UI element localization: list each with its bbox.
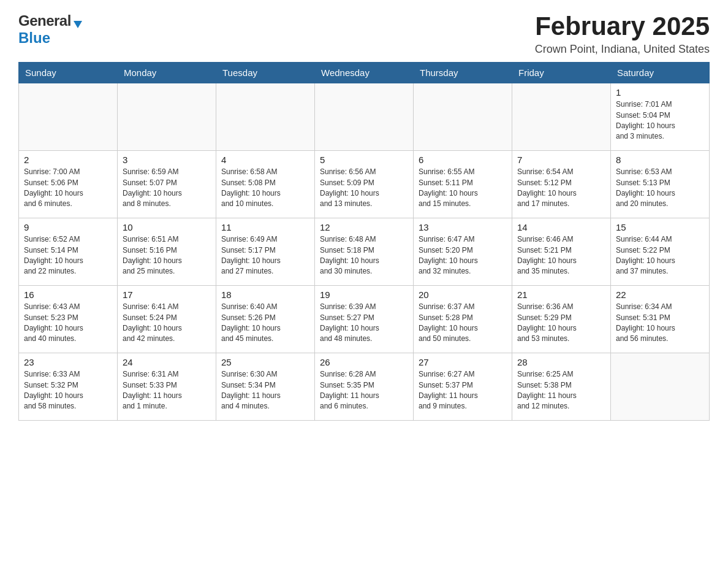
calendar-cell: 17Sunrise: 6:41 AM Sunset: 5:24 PM Dayli… [118, 286, 216, 353]
day-number: 13 [419, 222, 507, 232]
day-number: 16 [24, 289, 112, 300]
day-number: 3 [123, 155, 211, 165]
calendar-cell: 21Sunrise: 6:36 AM Sunset: 5:29 PM Dayli… [512, 286, 611, 353]
calendar-week-2: 2Sunrise: 7:00 AM Sunset: 5:06 PM Daylig… [19, 151, 710, 218]
day-number: 6 [419, 155, 507, 165]
calendar-cell: 4Sunrise: 6:58 AM Sunset: 5:08 PM Daylig… [216, 151, 315, 218]
calendar-cell [611, 353, 710, 421]
day-info: Sunrise: 6:56 AM Sunset: 5:09 PM Dayligh… [320, 167, 379, 208]
calendar-cell: 11Sunrise: 6:49 AM Sunset: 5:17 PM Dayli… [216, 218, 315, 286]
calendar-cell: 1Sunrise: 7:01 AM Sunset: 5:04 PM Daylig… [611, 83, 710, 151]
calendar-cell: 5Sunrise: 6:56 AM Sunset: 5:09 PM Daylig… [315, 151, 414, 218]
title-block: February 2025 Crown Point, Indiana, Unit… [535, 12, 710, 56]
calendar-cell [414, 83, 512, 151]
day-info: Sunrise: 6:41 AM Sunset: 5:24 PM Dayligh… [123, 302, 182, 343]
calendar-cell: 6Sunrise: 6:55 AM Sunset: 5:11 PM Daylig… [414, 151, 512, 218]
calendar-cell: 27Sunrise: 6:27 AM Sunset: 5:37 PM Dayli… [414, 353, 512, 421]
day-info: Sunrise: 7:00 AM Sunset: 5:06 PM Dayligh… [24, 167, 83, 208]
day-info: Sunrise: 6:37 AM Sunset: 5:28 PM Dayligh… [419, 302, 478, 343]
day-number: 4 [221, 155, 309, 165]
day-info: Sunrise: 6:34 AM Sunset: 5:31 PM Dayligh… [616, 302, 675, 343]
calendar-cell: 15Sunrise: 6:44 AM Sunset: 5:22 PM Dayli… [611, 218, 710, 286]
day-number: 2 [24, 155, 112, 165]
calendar-cell [19, 83, 118, 151]
logo-general-text: General [18, 12, 71, 29]
day-of-week-thursday: Thursday [414, 63, 512, 83]
day-number: 12 [320, 222, 408, 232]
calendar-cell: 13Sunrise: 6:47 AM Sunset: 5:20 PM Dayli… [414, 218, 512, 286]
location-title: Crown Point, Indiana, United States [535, 43, 710, 56]
day-info: Sunrise: 6:39 AM Sunset: 5:27 PM Dayligh… [320, 302, 379, 343]
calendar-cell: 8Sunrise: 6:53 AM Sunset: 5:13 PM Daylig… [611, 151, 710, 218]
day-info: Sunrise: 6:53 AM Sunset: 5:13 PM Dayligh… [616, 167, 675, 208]
calendar-cell: 3Sunrise: 6:59 AM Sunset: 5:07 PM Daylig… [118, 151, 216, 218]
day-info: Sunrise: 6:44 AM Sunset: 5:22 PM Dayligh… [616, 235, 675, 275]
day-number: 24 [123, 357, 211, 367]
day-number: 25 [221, 357, 309, 367]
day-of-week-friday: Friday [512, 63, 611, 83]
svg-marker-0 [74, 21, 82, 28]
day-info: Sunrise: 6:36 AM Sunset: 5:29 PM Dayligh… [517, 302, 577, 343]
calendar-cell: 12Sunrise: 6:48 AM Sunset: 5:18 PM Dayli… [315, 218, 414, 286]
day-number: 14 [517, 222, 605, 232]
day-number: 11 [221, 222, 309, 232]
calendar-cell: 16Sunrise: 6:43 AM Sunset: 5:23 PM Dayli… [19, 286, 118, 353]
logo-blue-text: Blue [18, 29, 50, 47]
logo: General Blue [18, 12, 83, 47]
day-info: Sunrise: 6:59 AM Sunset: 5:07 PM Dayligh… [123, 167, 182, 208]
day-info: Sunrise: 6:43 AM Sunset: 5:23 PM Dayligh… [24, 302, 83, 343]
day-number: 9 [24, 222, 112, 232]
logo-triangle-icon [72, 18, 83, 29]
calendar-cell: 18Sunrise: 6:40 AM Sunset: 5:26 PM Dayli… [216, 286, 315, 353]
day-number: 26 [320, 357, 408, 367]
day-number: 21 [517, 289, 605, 300]
calendar-cell [512, 83, 611, 151]
calendar-cell: 7Sunrise: 6:54 AM Sunset: 5:12 PM Daylig… [512, 151, 611, 218]
day-of-week-sunday: Sunday [19, 63, 118, 83]
calendar-cell: 28Sunrise: 6:25 AM Sunset: 5:38 PM Dayli… [512, 353, 611, 421]
calendar-cell [216, 83, 315, 151]
day-number: 10 [123, 222, 211, 232]
day-number: 5 [320, 155, 408, 165]
calendar-cell: 23Sunrise: 6:33 AM Sunset: 5:32 PM Dayli… [19, 353, 118, 421]
calendar-header: SundayMondayTuesdayWednesdayThursdayFrid… [19, 63, 710, 83]
calendar-cell: 2Sunrise: 7:00 AM Sunset: 5:06 PM Daylig… [19, 151, 118, 218]
day-number: 17 [123, 289, 211, 300]
calendar-body: 1Sunrise: 7:01 AM Sunset: 5:04 PM Daylig… [19, 83, 710, 421]
day-info: Sunrise: 6:40 AM Sunset: 5:26 PM Dayligh… [221, 302, 281, 343]
days-of-week-row: SundayMondayTuesdayWednesdayThursdayFrid… [19, 63, 710, 83]
day-info: Sunrise: 6:31 AM Sunset: 5:33 PM Dayligh… [123, 370, 182, 410]
calendar-week-5: 23Sunrise: 6:33 AM Sunset: 5:32 PM Dayli… [19, 353, 710, 421]
day-info: Sunrise: 6:52 AM Sunset: 5:14 PM Dayligh… [24, 235, 83, 275]
calendar-cell: 9Sunrise: 6:52 AM Sunset: 5:14 PM Daylig… [19, 218, 118, 286]
day-of-week-tuesday: Tuesday [216, 63, 315, 83]
day-of-week-wednesday: Wednesday [315, 63, 414, 83]
calendar-cell: 25Sunrise: 6:30 AM Sunset: 5:34 PM Dayli… [216, 353, 315, 421]
day-of-week-monday: Monday [118, 63, 216, 83]
day-info: Sunrise: 6:51 AM Sunset: 5:16 PM Dayligh… [123, 235, 182, 275]
calendar-table: SundayMondayTuesdayWednesdayThursdayFrid… [18, 62, 710, 421]
day-info: Sunrise: 6:30 AM Sunset: 5:34 PM Dayligh… [221, 370, 281, 410]
month-title: February 2025 [535, 12, 710, 40]
calendar-week-3: 9Sunrise: 6:52 AM Sunset: 5:14 PM Daylig… [19, 218, 710, 286]
calendar-week-1: 1Sunrise: 7:01 AM Sunset: 5:04 PM Daylig… [19, 83, 710, 151]
day-info: Sunrise: 6:58 AM Sunset: 5:08 PM Dayligh… [221, 167, 281, 208]
day-info: Sunrise: 6:48 AM Sunset: 5:18 PM Dayligh… [320, 235, 379, 275]
day-number: 22 [616, 289, 704, 300]
calendar-cell [315, 83, 414, 151]
day-info: Sunrise: 6:47 AM Sunset: 5:20 PM Dayligh… [419, 235, 478, 275]
day-number: 15 [616, 222, 704, 232]
day-number: 1 [616, 87, 704, 98]
day-info: Sunrise: 6:55 AM Sunset: 5:11 PM Dayligh… [419, 167, 478, 208]
calendar-cell: 22Sunrise: 6:34 AM Sunset: 5:31 PM Dayli… [611, 286, 710, 353]
day-info: Sunrise: 6:46 AM Sunset: 5:21 PM Dayligh… [517, 235, 577, 275]
day-info: Sunrise: 6:25 AM Sunset: 5:38 PM Dayligh… [517, 370, 577, 410]
calendar-cell: 19Sunrise: 6:39 AM Sunset: 5:27 PM Dayli… [315, 286, 414, 353]
calendar-cell: 26Sunrise: 6:28 AM Sunset: 5:35 PM Dayli… [315, 353, 414, 421]
calendar-cell: 24Sunrise: 6:31 AM Sunset: 5:33 PM Dayli… [118, 353, 216, 421]
day-number: 27 [419, 357, 507, 367]
day-number: 28 [517, 357, 605, 367]
calendar-week-4: 16Sunrise: 6:43 AM Sunset: 5:23 PM Dayli… [19, 286, 710, 353]
calendar-cell: 20Sunrise: 6:37 AM Sunset: 5:28 PM Dayli… [414, 286, 512, 353]
day-info: Sunrise: 6:33 AM Sunset: 5:32 PM Dayligh… [24, 370, 83, 410]
